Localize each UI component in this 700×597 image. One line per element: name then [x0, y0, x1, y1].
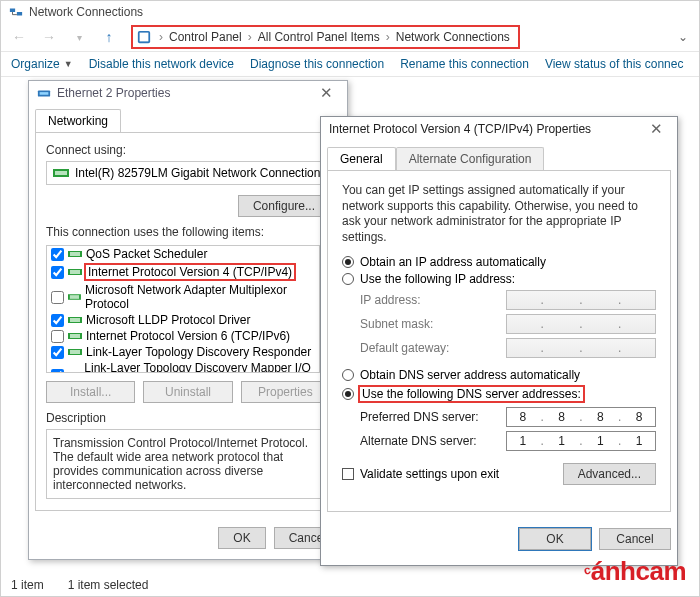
validate-label: Validate settings upon exit: [360, 467, 499, 481]
item-checkbox[interactable]: [51, 330, 64, 343]
nic-icon: [53, 167, 69, 179]
eth-ok-button[interactable]: OK: [218, 527, 265, 549]
adapter-box[interactable]: Intel(R) 82579LM Gigabit Network Connect…: [46, 161, 330, 185]
radio-icon: [342, 256, 354, 268]
item-checkbox[interactable]: [51, 248, 64, 261]
address-dropdown-button[interactable]: ⌄: [673, 30, 693, 44]
radio-icon: [342, 273, 354, 285]
item-label: Link-Layer Topology Discovery Responder: [86, 345, 311, 359]
crumb-1[interactable]: Control Panel: [165, 30, 246, 44]
eth-dialog-title: Ethernet 2 Properties: [57, 86, 314, 100]
gateway-label: Default gateway:: [360, 341, 506, 355]
svg-rect-11: [70, 270, 80, 274]
item-checkbox[interactable]: [51, 266, 64, 279]
subnet-mask-label: Subnet mask:: [360, 317, 506, 331]
advanced-button[interactable]: Advanced...: [563, 463, 656, 485]
tab-general[interactable]: General: [327, 147, 396, 170]
gateway-field: ...: [506, 338, 656, 358]
tab-networking[interactable]: Networking: [35, 109, 121, 132]
ethernet-properties-dialog: Ethernet 2 Properties ✕ Networking Conne…: [28, 80, 348, 560]
svg-rect-15: [70, 318, 80, 322]
cmd-viewstatus[interactable]: View status of this connec: [545, 57, 684, 71]
list-item[interactable]: Internet Protocol Version 4 (TCP/IPv4): [47, 262, 319, 282]
configure-button[interactable]: Configure...: [238, 195, 330, 217]
explorer-titlebar: Network Connections: [1, 1, 699, 23]
list-item[interactable]: Link-Layer Topology Discovery Mapper I/O…: [47, 360, 319, 373]
protocol-icon: [68, 370, 80, 373]
adapter-title-icon: [37, 86, 51, 100]
ipv4-info-text: You can get IP settings assigned automat…: [342, 183, 656, 245]
eth-close-button[interactable]: ✕: [314, 84, 339, 102]
ip-address-label: IP address:: [360, 293, 506, 307]
ip-address-field: ...: [506, 290, 656, 310]
crumb-2[interactable]: All Control Panel Items: [254, 30, 384, 44]
svg-rect-1: [17, 12, 22, 16]
ipv4-tabpanel: You can get IP settings assigned automat…: [327, 170, 671, 512]
item-checkbox[interactable]: [51, 369, 64, 374]
svg-rect-17: [70, 334, 80, 338]
list-item[interactable]: Microsoft LLDP Protocol Driver: [47, 312, 319, 328]
cmd-rename[interactable]: Rename this connection: [400, 57, 529, 71]
item-checkbox[interactable]: [51, 314, 64, 327]
radio-obtain-dns[interactable]: Obtain DNS server address automatically: [342, 368, 656, 382]
radio-icon: [342, 388, 354, 400]
validate-checkbox[interactable]: [342, 468, 354, 480]
watermark: ccánhcamánhcam: [585, 556, 686, 587]
connection-items-list[interactable]: QoS Packet SchedulerInternet Protocol Ve…: [46, 245, 320, 373]
eth-tabpanel: Connect using: Intel(R) 82579LM Gigabit …: [35, 132, 341, 511]
ipv4-dialog-titlebar[interactable]: Internet Protocol Version 4 (TCP/IPv4) P…: [321, 117, 677, 141]
protocol-icon: [68, 331, 82, 341]
organize-menu[interactable]: Organize ▼: [11, 57, 73, 71]
nav-recent-button[interactable]: ▾: [67, 25, 91, 49]
list-item[interactable]: QoS Packet Scheduler: [47, 246, 319, 262]
nav-up-button[interactable]: ↑: [97, 25, 121, 49]
eth-dialog-titlebar[interactable]: Ethernet 2 Properties ✕: [29, 81, 347, 105]
ipv4-close-button[interactable]: ✕: [644, 120, 669, 138]
ipv4-cancel-button[interactable]: Cancel: [599, 528, 671, 550]
item-checkbox[interactable]: [51, 291, 64, 304]
items-label: This connection uses the following items…: [46, 225, 330, 239]
nav-forward-button[interactable]: →: [37, 25, 61, 49]
tab-alternate-config[interactable]: Alternate Configuration: [396, 147, 545, 170]
description-text: Transmission Control Protocol/Internet P…: [46, 429, 330, 499]
svg-rect-7: [55, 171, 67, 175]
control-panel-icon: [137, 30, 151, 44]
list-item[interactable]: Link-Layer Topology Discovery Responder: [47, 344, 319, 360]
radio-obtain-ip[interactable]: Obtain an IP address automatically: [342, 255, 656, 269]
status-count: 1 item: [11, 578, 44, 592]
connect-using-label: Connect using:: [46, 143, 330, 157]
breadcrumb[interactable]: › Control Panel › All Control Panel Item…: [131, 25, 520, 49]
protocol-icon: [68, 292, 81, 302]
list-item[interactable]: Microsoft Network Adapter Multiplexor Pr…: [47, 282, 319, 312]
cmd-diagnose[interactable]: Diagnose this connection: [250, 57, 384, 71]
description-label: Description: [46, 411, 330, 425]
install-button[interactable]: Install...: [46, 381, 135, 403]
item-label: QoS Packet Scheduler: [86, 247, 207, 261]
svg-rect-20: [68, 372, 80, 373]
crumb-3[interactable]: Network Connections: [392, 30, 514, 44]
alternate-dns-label: Alternate DNS server:: [360, 434, 506, 448]
network-connections-icon: [9, 5, 23, 19]
explorer-title: Network Connections: [29, 5, 143, 19]
radio-use-dns[interactable]: Use the following DNS server addresses:: [342, 385, 656, 403]
radio-use-ip[interactable]: Use the following IP address:: [342, 272, 656, 286]
nav-back-button[interactable]: ←: [7, 25, 31, 49]
protocol-icon: [68, 249, 82, 259]
uninstall-button[interactable]: Uninstall: [143, 381, 232, 403]
item-label: Microsoft LLDP Protocol Driver: [86, 313, 251, 327]
protocol-icon: [68, 267, 82, 277]
nav-row: ← → ▾ ↑ › Control Panel › All Control Pa…: [1, 23, 699, 51]
properties-button[interactable]: Properties: [241, 381, 330, 403]
alternate-dns-field[interactable]: 1. 1. 1. 1: [506, 431, 656, 451]
svg-rect-3: [140, 33, 149, 42]
ipv4-ok-button[interactable]: OK: [519, 528, 591, 550]
item-label: Link-Layer Topology Discovery Mapper I/O…: [84, 361, 315, 373]
protocol-icon: [68, 347, 82, 357]
item-checkbox[interactable]: [51, 346, 64, 359]
preferred-dns-field[interactable]: 8. 8. 8. 8: [506, 407, 656, 427]
svg-rect-9: [70, 252, 80, 256]
status-bar: 1 item 1 item selected: [11, 578, 148, 592]
cmd-disable[interactable]: Disable this network device: [89, 57, 234, 71]
list-item[interactable]: Internet Protocol Version 6 (TCP/IPv6): [47, 328, 319, 344]
svg-rect-13: [70, 295, 79, 299]
